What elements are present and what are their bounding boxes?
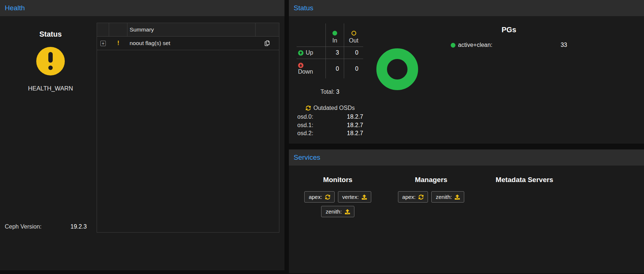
osd-grid-blank-cell [297,23,326,47]
service-badge-manager-zenith: zenith: [431,191,464,203]
ceph-version-label: Ceph Version: [5,223,42,230]
health-panel: Health Status HEALTH_WARN Ceph Version: … [0,0,284,270]
up-label: Up [306,49,313,56]
down-label: Down [298,68,313,75]
service-name: zenith: [325,208,342,215]
arrow-down-circle-icon [298,63,304,68]
service-badge-manager-apex: apex: [398,191,428,203]
osd-down-out-count: 0 [344,59,363,78]
in-dot-icon [332,31,337,36]
osd-total: Total: 3 [297,89,363,95]
pgs-legend-label: active+clean: [458,42,492,48]
status-panel-header: Status [289,0,644,16]
outdated-osds-list: Outdated OSDs osd.0: 18.2.7 osd.1: 18.2.… [297,105,363,138]
warnings-table-header-row: Summary [97,23,279,37]
osd-total-label: Total: [320,89,334,95]
warning-icon: ! [117,40,119,47]
expand-column-header [97,23,109,36]
status-panel-title: Status [294,4,313,12]
refresh-icon [325,195,330,200]
in-label: In [332,37,337,44]
service-name: apex: [309,194,322,200]
osd-up-out-count: 0 [344,47,363,59]
health-panel-title: Health [5,4,25,12]
osd-total-value: 3 [336,89,339,95]
osd-down-row-header: Down [297,59,326,78]
health-status-heading: Status [0,30,101,38]
summary-column-header: Summary [127,23,256,36]
osd-version: 18.2.7 [347,113,363,121]
refresh-icon [418,195,424,200]
managers-column: Managers apex: zenith: [384,171,478,217]
osd-name: osd.0: [297,113,313,121]
osd-up-row-header: Up [297,47,326,59]
outdated-osds-title: Outdated OSDs [313,105,355,111]
service-badge-monitor-vertex: vertex: [338,191,371,203]
pgs-legend-row: active+clean: 33 [451,42,567,48]
pgs-donut-chart [376,48,418,90]
outdated-osds-title-row: Outdated OSDs [297,105,363,111]
out-ring-icon [351,31,356,36]
osd-name: osd.2: [297,129,313,138]
ceph-dashboard: { "colors": { "accent_blue": "#3da0ff", … [0,0,644,274]
pgs-legend-value: 33 [561,42,567,48]
warning-table-row[interactable]: + ! noout flag(s) set [97,37,279,50]
managers-heading: Managers [384,176,478,184]
monitors-column: Monitors apex: vertex: zenith: [291,171,384,217]
outdated-osd-row: osd.2: 18.2.7 [297,129,363,138]
active-clean-dot-icon [451,43,455,48]
osd-in-column-header: In [326,23,344,47]
health-warnings-table: Summary + ! noout flag(s) set [97,23,279,233]
metadata-servers-column: Metadata Servers [478,171,571,217]
osd-version: 18.2.7 [347,121,363,130]
arrow-up-circle-icon [298,50,304,56]
services-panel-title: Services [294,153,320,161]
outdated-osd-row: osd.0: 18.2.7 [297,113,363,121]
osd-version: 18.2.7 [347,129,363,138]
expand-row-icon[interactable]: + [100,41,106,46]
warning-summary-text: noout flag(s) set [127,37,256,50]
actions-column-header [256,23,279,36]
upload-icon [345,209,350,214]
health-status-value: HEALTH_WARN [0,85,101,92]
osd-updown-table: In Out Up 3 0 Down 0 0 [297,23,363,78]
service-name: apex: [402,194,416,200]
outdated-osd-row: osd.1: 18.2.7 [297,121,363,130]
osd-down-in-count: 0 [326,59,344,78]
upload-icon [455,195,460,200]
services-panel-header: Services [289,149,644,166]
service-badge-monitor-zenith: zenith: [321,206,354,217]
status-panel: Status In Out Up 3 0 Down 0 0 [289,0,644,144]
service-badge-monitor-apex: apex: [304,191,335,203]
health-warning-icon [36,47,65,75]
service-name: zenith: [436,194,452,200]
upload-icon [362,195,367,200]
services-panel: Services Monitors apex: vertex: zenith: [289,149,644,273]
pgs-heading: PGs [457,26,561,34]
refresh-icon [306,105,311,111]
metadata-servers-heading: Metadata Servers [478,176,571,184]
osd-up-in-count: 3 [326,47,344,59]
osd-name: osd.1: [297,121,313,130]
service-name: vertex: [342,194,359,200]
ceph-version-row: Ceph Version: 19.2.3 [5,223,87,230]
osd-out-column-header: Out [344,23,363,47]
copy-icon[interactable] [265,40,270,46]
out-label: Out [349,37,358,44]
monitors-heading: Monitors [291,176,384,184]
severity-column-header [109,23,127,36]
ceph-version-value: 19.2.3 [71,223,87,230]
health-panel-header: Health [0,0,284,16]
